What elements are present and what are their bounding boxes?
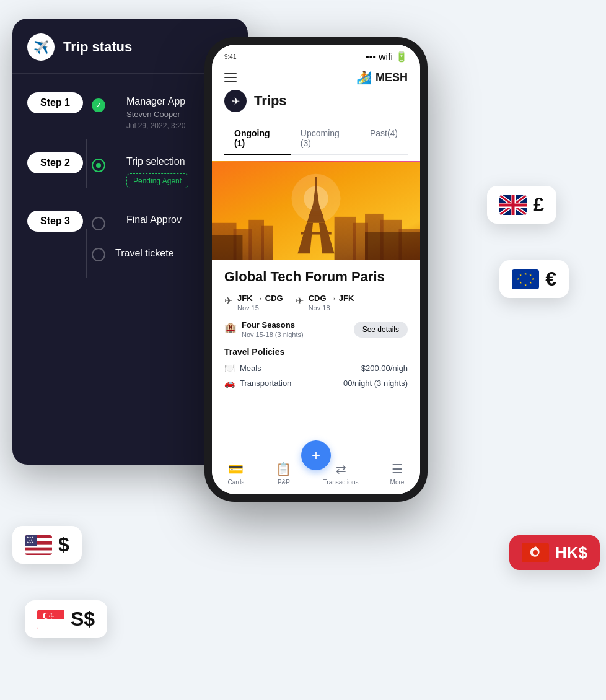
svg-rect-20: [365, 232, 420, 260]
trips-header: ✈ Trips: [224, 90, 408, 112]
trips-plane-icon: ✈: [224, 90, 247, 112]
bottom-nav: 💳 Cards 📋 P&P + ⇄ Transactions ☰ More: [212, 455, 420, 494]
transactions-nav-icon: ⇄: [336, 462, 346, 476]
outbound-date: Nov 15: [237, 304, 283, 312]
transport-icon: 🚗: [224, 378, 235, 388]
step-1-row: Step 1 ✓ Manager App Steven Cooper Jul 2…: [27, 92, 233, 130]
svg-rect-18: [309, 214, 323, 216]
inbound-flight-icon: ✈: [296, 295, 304, 307]
tab-upcoming[interactable]: Upcoming (3): [291, 122, 360, 154]
status-icons: ▪▪▪ wifi 🔋: [366, 51, 408, 63]
step-3-label: Step 3: [27, 211, 83, 232]
currency-badge-eu: ★ ★ ★ ★ ★ ★ ★ ★ €: [499, 260, 569, 298]
trips-section: ✈ Trips Ongoing (1) Upcoming (3) Past(4): [212, 90, 420, 161]
mesh-logo: 🏄 MESH: [356, 70, 408, 85]
uk-flag-icon: [499, 195, 527, 215]
mesh-logo-icon: 🏄: [356, 70, 372, 85]
policy-meals: 🍽️ Meals $200.00/nigh: [224, 363, 408, 373]
meals-value: $200.00/nigh: [361, 364, 408, 373]
transport-name: Transportation: [240, 378, 291, 388]
tab-past[interactable]: Past(4): [360, 122, 408, 154]
hk-flag-icon: [522, 543, 549, 562]
inbound-route: CDG → JFK: [309, 294, 354, 303]
signal-icon: ▪▪▪: [366, 51, 376, 63]
step-2-label: Step 2: [27, 152, 83, 173]
svg-point-57: [533, 550, 538, 555]
plane-icon: ✈️: [27, 33, 55, 61]
step-1-check-icon: ✓: [92, 98, 105, 112]
status-bar: 9:41 ▪▪▪ wifi 🔋: [212, 45, 420, 65]
hotel-icon: 🏨: [224, 322, 237, 333]
travel-policies-title: Travel Policies: [224, 347, 408, 357]
eu-flag-icon: ★ ★ ★ ★ ★ ★ ★ ★: [512, 269, 539, 289]
hotel-row: 🏨 Four Seasons Nov 15-18 (3 nights) See …: [224, 320, 408, 338]
svg-rect-19: [212, 235, 242, 260]
sub-step-icon: [92, 248, 105, 261]
mesh-logo-text: MESH: [375, 71, 408, 84]
hotel-name: Four Seasons: [242, 320, 304, 330]
svg-rect-42: [25, 550, 52, 553]
inbound-date: Nov 18: [309, 304, 354, 312]
us-flag-icon: ★★★ ★★ ★★★: [25, 535, 52, 555]
currency-badge-us: ★★★ ★★ ★★★ $: [12, 526, 82, 564]
hk-currency-symbol: HK$: [555, 543, 587, 562]
step-2-row: Step 2 Trip selection Pending Agent: [27, 152, 233, 188]
nav-more[interactable]: ☰ More: [390, 462, 405, 486]
trip-name: Global Tech Forum Paris: [224, 269, 408, 285]
policy-meals-left: 🍽️ Meals: [224, 363, 261, 373]
currency-badge-uk: £: [487, 186, 556, 224]
svg-text:★: ★: [51, 615, 53, 618]
pp-nav-label: P&P: [278, 479, 290, 486]
currency-badge-hk: HK$: [509, 535, 600, 570]
travel-policies: Travel Policies 🍽️ Meals $200.00/nigh 🚗 …: [224, 347, 408, 388]
step-3-empty-icon: [92, 217, 105, 230]
eu-currency-symbol: €: [545, 268, 556, 291]
svg-rect-7: [335, 217, 356, 260]
meals-icon: 🍽️: [224, 363, 235, 373]
time-display: 9:41: [224, 53, 261, 60]
svg-rect-17: [301, 232, 331, 235]
paris-skyline-image: [212, 161, 420, 260]
tab-ongoing[interactable]: Ongoing (1): [224, 122, 291, 154]
trip-image: [212, 161, 420, 260]
fab-button[interactable]: +: [301, 440, 331, 470]
outbound-flight-icon: ✈: [224, 295, 232, 307]
flights-row: ✈ JFK → CDG Nov 15 ✈ CDG → JFK Nov 18: [224, 294, 408, 312]
nav-transactions[interactable]: ⇄ Transactions: [323, 462, 359, 486]
trips-title: Trips: [254, 93, 287, 109]
hamburger-button[interactable]: [224, 73, 237, 82]
nav-cards[interactable]: 💳 Cards: [228, 462, 245, 486]
cards-nav-icon: 💳: [228, 462, 244, 476]
more-nav-icon: ☰: [392, 462, 403, 476]
sg-currency-symbol: S$: [71, 608, 95, 631]
phone-top-bar: 🏄 MESH: [212, 65, 420, 90]
pp-nav-icon: 📋: [276, 462, 291, 476]
phone-mockup: 9:41 ▪▪▪ wifi 🔋 🏄 MESH ✈ Trips: [204, 37, 428, 502]
transport-value: 00/night (3 nights): [343, 378, 408, 388]
paris-svg: [212, 161, 420, 260]
connector-2: [86, 229, 87, 278]
step-3-row: Step 3 Final Approv: [27, 211, 233, 232]
transactions-nav-label: Transactions: [323, 479, 359, 486]
meals-name: Meals: [240, 364, 261, 373]
policy-transport: 🚗 Transportation 00/night (3 nights): [224, 378, 408, 388]
policy-transport-left: 🚗 Transportation: [224, 378, 291, 388]
currency-badge-sg: ★ ★ ★ ★ ★ S$: [25, 600, 107, 638]
wifi-icon: wifi: [379, 51, 393, 63]
svg-rect-6: [261, 226, 273, 260]
phone-screen: 9:41 ▪▪▪ wifi 🔋 🏄 MESH ✈ Trips: [212, 45, 420, 494]
battery-icon: 🔋: [395, 51, 408, 63]
see-details-button[interactable]: See details: [354, 322, 408, 338]
nav-pp[interactable]: 📋 P&P: [276, 462, 291, 486]
pending-badge: Pending Agent: [126, 173, 188, 188]
step-1-label: Step 1: [27, 92, 83, 113]
svg-text:★★★: ★★★: [27, 541, 34, 544]
outbound-route: JFK → CDG: [237, 294, 283, 303]
us-currency-symbol: $: [58, 533, 69, 556]
cards-nav-label: Cards: [228, 479, 245, 486]
trip-status-title: Trip status: [63, 39, 132, 55]
uk-currency-symbol: £: [533, 193, 544, 216]
trip-card-content: Global Tech Forum Paris ✈ JFK → CDG Nov …: [212, 269, 420, 455]
svg-rect-48: [37, 619, 64, 629]
hotel-info: 🏨 Four Seasons Nov 15-18 (3 nights): [224, 320, 304, 338]
